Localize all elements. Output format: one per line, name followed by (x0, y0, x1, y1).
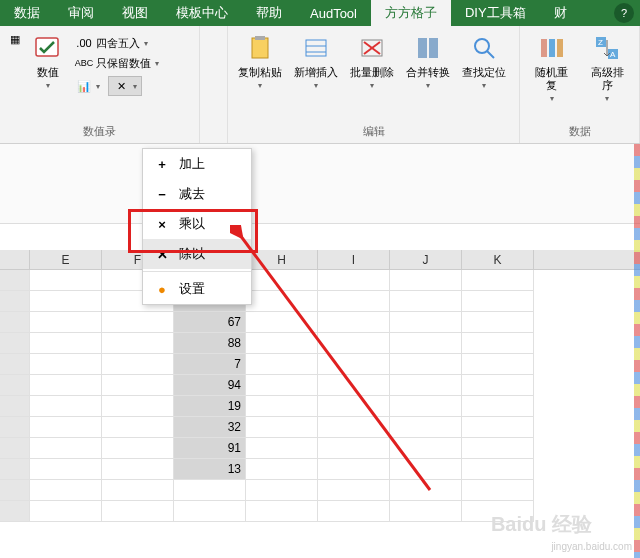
cell[interactable]: 91 (174, 438, 246, 459)
find-button[interactable]: 查找定位▾ (458, 30, 510, 124)
cell[interactable] (246, 438, 318, 459)
cell[interactable] (174, 480, 246, 501)
cell[interactable] (318, 417, 390, 438)
cell[interactable] (30, 459, 102, 480)
cell[interactable] (462, 333, 534, 354)
cell[interactable] (462, 354, 534, 375)
numeric-button[interactable]: 数值 ▾ (28, 30, 68, 124)
cell[interactable] (246, 417, 318, 438)
cell[interactable] (462, 417, 534, 438)
col-header-J[interactable]: J (390, 250, 462, 269)
cell[interactable] (30, 501, 102, 522)
math-dropdown-toggle[interactable]: ✕▾ (108, 76, 142, 96)
cell[interactable] (246, 480, 318, 501)
dropdown-toggle-1[interactable]: 📊▾ (72, 76, 104, 96)
cell[interactable] (30, 291, 102, 312)
cell[interactable] (318, 270, 390, 291)
tab-view[interactable]: 视图 (108, 0, 162, 26)
cell[interactable] (390, 396, 462, 417)
cell[interactable] (30, 438, 102, 459)
dropdown-multiply[interactable]: ×乘以 (143, 209, 251, 239)
row-header[interactable] (0, 480, 30, 501)
cell[interactable] (102, 333, 174, 354)
cell[interactable] (30, 480, 102, 501)
keep-numeric-button[interactable]: ABC只保留数值▾ (72, 54, 163, 72)
cell[interactable] (102, 501, 174, 522)
tab-data[interactable]: 数据 (0, 0, 54, 26)
cell[interactable] (318, 459, 390, 480)
cell[interactable] (246, 396, 318, 417)
tab-template[interactable]: 模板中心 (162, 0, 242, 26)
cell[interactable] (102, 396, 174, 417)
cell[interactable] (102, 480, 174, 501)
cell[interactable] (318, 438, 390, 459)
cell[interactable] (30, 375, 102, 396)
cell[interactable] (246, 459, 318, 480)
cell[interactable] (390, 375, 462, 396)
tab-audtool[interactable]: AudTool (296, 0, 371, 26)
merge-button[interactable]: 合并转换▾ (402, 30, 454, 124)
cell[interactable]: 7 (174, 354, 246, 375)
cell[interactable] (246, 354, 318, 375)
cell[interactable] (390, 459, 462, 480)
cell[interactable]: 19 (174, 396, 246, 417)
cell[interactable] (30, 396, 102, 417)
cell[interactable] (462, 459, 534, 480)
row-header[interactable] (0, 375, 30, 396)
cell[interactable] (390, 417, 462, 438)
cell[interactable] (246, 291, 318, 312)
row-header[interactable] (0, 291, 30, 312)
random-button[interactable]: 随机重复▾ (526, 30, 578, 124)
cell[interactable] (318, 375, 390, 396)
cell[interactable] (462, 291, 534, 312)
cell[interactable] (246, 312, 318, 333)
cell[interactable] (102, 375, 174, 396)
cell[interactable]: 88 (174, 333, 246, 354)
cell[interactable] (102, 459, 174, 480)
tab-review[interactable]: 审阅 (54, 0, 108, 26)
cell[interactable]: 13 (174, 459, 246, 480)
cell[interactable] (318, 501, 390, 522)
cell[interactable] (30, 417, 102, 438)
cell[interactable] (246, 333, 318, 354)
help-icon[interactable]: ? (614, 3, 634, 23)
cell[interactable] (462, 480, 534, 501)
cell[interactable]: 67 (174, 312, 246, 333)
cell[interactable] (102, 438, 174, 459)
cell[interactable] (30, 354, 102, 375)
cell[interactable] (246, 270, 318, 291)
tab-help[interactable]: 帮助 (242, 0, 296, 26)
row-header[interactable] (0, 459, 30, 480)
cell[interactable] (318, 480, 390, 501)
batch-delete-button[interactable]: 批量删除▾ (346, 30, 398, 124)
cell[interactable] (390, 501, 462, 522)
row-header[interactable] (0, 312, 30, 333)
row-header-corner[interactable] (0, 250, 30, 269)
cell[interactable] (462, 438, 534, 459)
dropdown-settings[interactable]: ●设置 (143, 274, 251, 304)
cell[interactable] (390, 480, 462, 501)
cell[interactable] (318, 396, 390, 417)
col-header-I[interactable]: I (318, 250, 390, 269)
cell[interactable] (318, 354, 390, 375)
cell[interactable]: 94 (174, 375, 246, 396)
row-header[interactable] (0, 501, 30, 522)
cell[interactable] (390, 354, 462, 375)
cell[interactable] (318, 312, 390, 333)
col-header-E[interactable]: E (30, 250, 102, 269)
cell[interactable] (318, 333, 390, 354)
cell[interactable] (30, 333, 102, 354)
cell[interactable] (102, 417, 174, 438)
cell[interactable] (246, 375, 318, 396)
cell[interactable] (390, 438, 462, 459)
cell[interactable] (462, 396, 534, 417)
row-header[interactable] (0, 417, 30, 438)
round-button[interactable]: .00四舍五入▾ (72, 34, 163, 52)
cell[interactable] (246, 501, 318, 522)
dropdown-add[interactable]: +加上 (143, 149, 251, 179)
row-header[interactable] (0, 438, 30, 459)
col-header-H[interactable]: H (246, 250, 318, 269)
cell[interactable] (390, 270, 462, 291)
cell[interactable] (30, 312, 102, 333)
cell[interactable] (390, 333, 462, 354)
